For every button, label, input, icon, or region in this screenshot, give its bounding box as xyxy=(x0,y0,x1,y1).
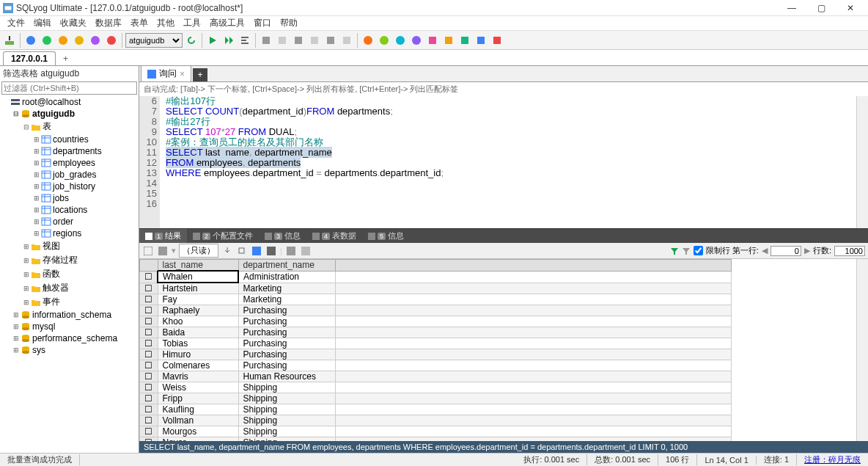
first-row-next-icon[interactable]: ▶ xyxy=(804,246,810,255)
form-view-icon[interactable] xyxy=(157,245,169,257)
tree-item[interactable]: root@localhost xyxy=(1,96,137,108)
format-icon[interactable] xyxy=(238,33,252,48)
tree-item[interactable]: ⊞locations xyxy=(1,204,137,216)
globe-yellow-icon[interactable] xyxy=(72,33,87,48)
table-row[interactable]: ☐KauflingShipping xyxy=(140,404,732,415)
menu-item[interactable]: 高级工具 xyxy=(205,15,249,31)
column-header[interactable]: last_name xyxy=(158,260,238,272)
rowcount-input[interactable] xyxy=(834,246,865,256)
table-row[interactable]: ☐TobiasPurchasing xyxy=(140,338,732,349)
globe-purple-icon[interactable] xyxy=(88,33,103,48)
minimize-button[interactable]: — xyxy=(777,1,806,15)
sync-icon[interactable] xyxy=(393,33,408,48)
tree-item[interactable]: ⊞函数 xyxy=(1,267,137,281)
globe-red-icon[interactable] xyxy=(104,33,119,48)
new-connection-icon[interactable] xyxy=(2,33,17,48)
first-row-input[interactable] xyxy=(770,246,801,256)
export-icon[interactable] xyxy=(221,245,233,257)
sync-icon[interactable] xyxy=(457,33,472,48)
tree-item[interactable]: ⊞触发器 xyxy=(1,281,137,295)
globe-green-icon[interactable] xyxy=(40,33,54,48)
tool-icon[interactable] xyxy=(259,33,273,48)
table-row[interactable]: ☐ColmenaresPurchasing xyxy=(140,360,732,371)
menu-item[interactable]: 文件 xyxy=(3,15,29,31)
tree-item[interactable]: ⊞regions xyxy=(1,227,137,239)
tree-item[interactable]: ⊞order xyxy=(1,216,137,227)
tree-item[interactable]: ⊞mysql xyxy=(1,321,137,332)
filter-icon[interactable] xyxy=(670,247,679,255)
sync-icon[interactable] xyxy=(409,33,424,48)
menu-item[interactable]: 数据库 xyxy=(91,15,126,31)
first-row-prev-icon[interactable]: ◀ xyxy=(762,246,768,255)
menu-item[interactable]: 编辑 xyxy=(29,15,56,31)
tool-icon[interactable] xyxy=(285,245,297,257)
tool-icon[interactable] xyxy=(339,33,354,48)
tool-icon[interactable] xyxy=(323,33,338,48)
add-connection-button[interactable]: + xyxy=(59,52,73,65)
tree-item[interactable]: ⊞事件 xyxy=(1,295,137,309)
tree-item[interactable]: ⊞job_grades xyxy=(1,169,137,181)
query-tab[interactable]: 询问 × xyxy=(141,66,191,81)
tree-item[interactable]: ⊞countries xyxy=(1,134,137,145)
table-row[interactable]: ☐BaidaPurchasing xyxy=(140,327,732,338)
copy-icon[interactable] xyxy=(236,245,248,257)
table-row[interactable]: ☐RaphaelyPurchasing xyxy=(140,305,732,316)
menu-item[interactable]: 收藏夹 xyxy=(56,15,91,31)
menu-item[interactable]: 帮助 xyxy=(276,15,302,31)
result-tab[interactable]: 5 信息 xyxy=(362,229,410,243)
tree-item[interactable]: ⊞job_history xyxy=(1,181,137,192)
table-row[interactable]: ☐KhooPurchasing xyxy=(140,316,732,327)
result-grid[interactable]: last_namedepartment_name☐WhalenAdministr… xyxy=(139,259,732,441)
sql-editor[interactable]: 678910111213141516 #输出107行SELECT COUNT(d… xyxy=(139,96,868,228)
sync-icon[interactable] xyxy=(441,33,456,48)
sync-icon[interactable] xyxy=(361,33,375,48)
menu-item[interactable]: 工具 xyxy=(179,15,205,31)
tree-item[interactable]: ⊟表 xyxy=(1,120,137,134)
column-header[interactable]: department_name xyxy=(238,260,335,272)
grid-scrollbar[interactable] xyxy=(856,259,868,441)
tool-icon[interactable] xyxy=(291,33,306,48)
clear-filter-icon[interactable] xyxy=(682,247,691,255)
sync-icon[interactable] xyxy=(490,33,504,48)
code-area[interactable]: #输出107行SELECT COUNT(department_id)FROM d… xyxy=(160,96,856,228)
table-row[interactable]: ☐HimuroPurchasing xyxy=(140,349,732,360)
maximize-button[interactable]: ▢ xyxy=(806,1,836,15)
tree-item[interactable]: ⊞jobs xyxy=(1,192,137,204)
table-row[interactable]: ☐NayerShipping xyxy=(140,437,732,442)
close-tab-icon[interactable]: × xyxy=(180,69,185,79)
execute-icon[interactable] xyxy=(205,33,220,48)
grid-view-icon[interactable] xyxy=(142,245,154,257)
menu-item[interactable]: 表单 xyxy=(126,15,152,31)
table-row[interactable]: ☐WhalenAdministration xyxy=(140,271,732,283)
result-tab[interactable]: 1 结果 xyxy=(139,229,187,243)
refresh-icon[interactable] xyxy=(184,33,199,48)
tree-item[interactable]: ⊞视图 xyxy=(1,239,137,253)
add-query-tab-button[interactable]: + xyxy=(193,68,207,81)
connection-tab[interactable]: 127.0.0.1 xyxy=(3,51,56,65)
table-row[interactable]: ☐VollmanShipping xyxy=(140,415,732,426)
globe-orange-icon[interactable] xyxy=(56,33,70,48)
status-registration[interactable]: 注册：碎月无痕 xyxy=(797,454,868,465)
tool-icon[interactable] xyxy=(275,33,290,48)
tree-item[interactable]: ⊞employees xyxy=(1,157,137,169)
editor-scrollbar[interactable] xyxy=(856,96,868,228)
filter-input[interactable] xyxy=(1,81,137,95)
tree-item[interactable]: ⊞存储过程 xyxy=(1,253,137,267)
limit-checkbox[interactable] xyxy=(694,246,703,255)
menu-item[interactable]: 其他 xyxy=(152,15,179,31)
execute-all-icon[interactable] xyxy=(221,33,236,48)
result-tab[interactable]: 3 信息 xyxy=(259,229,306,243)
tool-icon[interactable] xyxy=(300,245,312,257)
table-row[interactable]: ☐WeissShipping xyxy=(140,382,732,393)
table-row[interactable]: ☐FrippShipping xyxy=(140,393,732,404)
globe-blue-icon[interactable] xyxy=(23,33,38,48)
table-row[interactable]: ☐MavrisHuman Resources xyxy=(140,371,732,382)
sync-icon[interactable] xyxy=(425,33,440,48)
tree-item[interactable]: ⊞information_schema xyxy=(1,309,137,321)
sync-icon[interactable] xyxy=(377,33,391,48)
tree-item[interactable]: ⊟atguigudb xyxy=(1,108,137,120)
table-row[interactable]: ☐FayMarketing xyxy=(140,294,732,305)
result-tab[interactable]: 2 个配置文件 xyxy=(187,229,259,243)
delete-icon[interactable] xyxy=(265,245,277,257)
object-tree[interactable]: root@localhost⊟atguigudb⊟表⊞countries⊞dep… xyxy=(0,95,139,453)
